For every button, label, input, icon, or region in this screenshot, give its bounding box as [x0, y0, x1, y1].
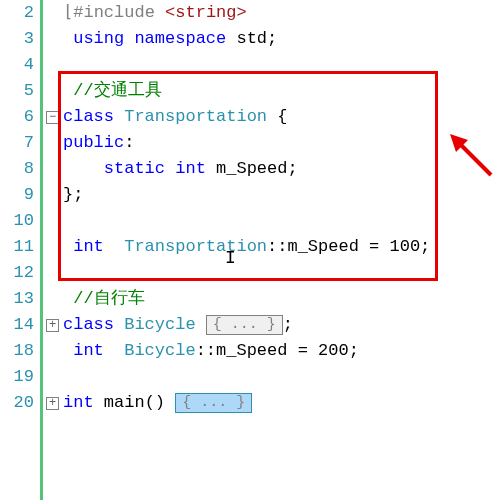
- line-number: 12: [0, 260, 34, 286]
- keyword-int: int: [63, 393, 94, 412]
- header-name: string: [175, 3, 236, 22]
- code-line[interactable]: [63, 208, 500, 234]
- identifier: m_Speed: [287, 237, 358, 256]
- colon: :: [124, 133, 134, 152]
- keyword-namespace: namespace: [124, 29, 236, 48]
- line-number: 3: [0, 26, 34, 52]
- line-number: 18: [0, 338, 34, 364]
- line-number: 8: [0, 156, 34, 182]
- keyword-int: int: [175, 159, 206, 178]
- code-line[interactable]: static int m_Speed;: [63, 156, 500, 182]
- code-line[interactable]: [63, 364, 500, 390]
- code-line[interactable]: [63, 260, 500, 286]
- collapsed-block[interactable]: { ... }: [206, 315, 283, 335]
- line-number: 20: [0, 390, 34, 416]
- semicolon: ;: [283, 315, 293, 334]
- brace: }: [63, 185, 73, 204]
- code-line[interactable]: int Transportation::m_Speed = 100;: [63, 234, 500, 260]
- number-literal: 200: [318, 341, 349, 360]
- keyword-using: using: [73, 29, 124, 48]
- line-number: 19: [0, 364, 34, 390]
- type-name: Bicycle: [124, 341, 195, 360]
- line-number: 4: [0, 52, 34, 78]
- collapsed-block[interactable]: { ... }: [175, 393, 252, 413]
- angle-gt: >: [237, 3, 247, 22]
- equals: =: [359, 237, 390, 256]
- angle-lt: <: [165, 3, 175, 22]
- line-number-gutter: 2 3 4 5 6 7 8 9 10 11 12 13 14 18 19 20: [0, 0, 40, 500]
- semicolon: ;: [73, 185, 83, 204]
- semicolon: ;: [287, 159, 297, 178]
- keyword-static: static: [104, 159, 165, 178]
- code-line[interactable]: [63, 52, 500, 78]
- code-line[interactable]: };: [63, 182, 500, 208]
- space: [114, 315, 124, 334]
- fold-toggle-plus[interactable]: +: [46, 397, 59, 410]
- fold-column: − + +: [43, 0, 63, 500]
- semicolon: ;: [267, 29, 277, 48]
- line-number: 10: [0, 208, 34, 234]
- code-line[interactable]: //交通工具: [63, 78, 500, 104]
- code-line[interactable]: public:: [63, 130, 500, 156]
- space: [114, 107, 124, 126]
- identifier: main: [104, 393, 145, 412]
- keyword-int: int: [73, 237, 104, 256]
- code-line[interactable]: int main() { ... }: [63, 390, 500, 416]
- type-name: Transportation: [124, 237, 267, 256]
- semicolon: ;: [349, 341, 359, 360]
- keyword-class: class: [63, 107, 114, 126]
- space: [165, 159, 175, 178]
- space: [206, 159, 216, 178]
- code-line[interactable]: using namespace std;: [63, 26, 500, 52]
- line-number: 9: [0, 182, 34, 208]
- line-number: 13: [0, 286, 34, 312]
- comment: //交通工具: [73, 81, 161, 100]
- dim-bracket: ⌊: [63, 3, 73, 22]
- space: [94, 393, 104, 412]
- number-literal: 100: [389, 237, 420, 256]
- semicolon: ;: [420, 237, 430, 256]
- comment: //自行车: [73, 289, 144, 308]
- identifier: std: [236, 29, 267, 48]
- code-line[interactable]: int Bicycle::m_Speed = 200;: [63, 338, 500, 364]
- parens: (): [145, 393, 165, 412]
- fold-toggle-plus[interactable]: +: [46, 319, 59, 332]
- space: [104, 237, 124, 256]
- code-area[interactable]: ⌊#include <string> using namespace std; …: [63, 0, 500, 500]
- preprocessor: #include: [73, 3, 165, 22]
- code-line[interactable]: class Bicycle { ... };: [63, 312, 500, 338]
- space: [104, 341, 124, 360]
- scope-op: ::: [196, 341, 216, 360]
- line-number: 2: [0, 0, 34, 26]
- identifier: m_Speed: [216, 159, 287, 178]
- code-line[interactable]: ⌊#include <string>: [63, 0, 500, 26]
- keyword-int: int: [73, 341, 104, 360]
- line-number: 11: [0, 234, 34, 260]
- line-number: 5: [0, 78, 34, 104]
- line-number: 6: [0, 104, 34, 130]
- type-name: Bicycle: [124, 315, 195, 334]
- equals: =: [287, 341, 318, 360]
- identifier: m_Speed: [216, 341, 287, 360]
- indent: [63, 159, 104, 178]
- fold-toggle-minus[interactable]: −: [46, 111, 59, 124]
- code-editor: 2 3 4 5 6 7 8 9 10 11 12 13 14 18 19 20 …: [0, 0, 500, 500]
- brace: {: [267, 107, 287, 126]
- scope-op: ::: [267, 237, 287, 256]
- keyword-class: class: [63, 315, 114, 334]
- keyword-public: public: [63, 133, 124, 152]
- line-number: 14: [0, 312, 34, 338]
- code-line[interactable]: //自行车: [63, 286, 500, 312]
- line-number: 7: [0, 130, 34, 156]
- type-name: Transportation: [124, 107, 267, 126]
- code-line[interactable]: class Transportation {: [63, 104, 500, 130]
